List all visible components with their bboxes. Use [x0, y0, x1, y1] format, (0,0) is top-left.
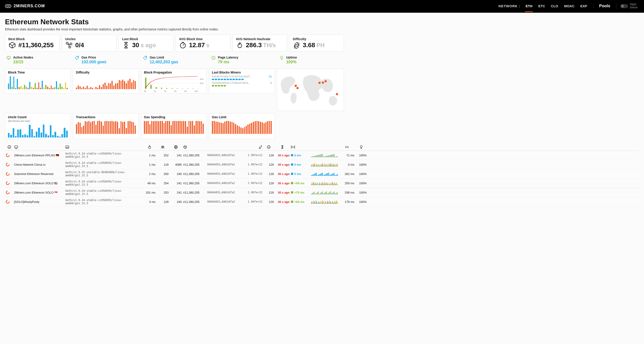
chart-bar — [124, 122, 125, 134]
chart-bar — [43, 125, 44, 137]
chart-bar — [185, 121, 186, 134]
best-block: #11,360,255 — [183, 182, 206, 185]
chart-bar — [233, 123, 234, 134]
col-uptime-icon[interactable] — [356, 145, 367, 149]
table-row[interactable]: 2Miners.com Ethereum SOLO🇸🇬 Geth/v1.9.24… — [5, 188, 639, 197]
chart-bar — [26, 87, 27, 89]
table-row[interactable]: Clona Network-Clona.ru Geth/v1.9.24-stab… — [5, 160, 639, 169]
col-status-icon[interactable] — [6, 145, 13, 149]
brand-logo[interactable]: 2MINERS.COM — [5, 4, 45, 9]
col-node-icon[interactable] — [14, 145, 64, 149]
col-pending-icon[interactable] — [170, 145, 182, 149]
network-tab-clo[interactable]: CLO — [550, 0, 558, 12]
table-row[interactable]: Solomine Ethereum Reserved Geth/v1.9.25-… — [5, 169, 639, 179]
chart-bar — [80, 123, 81, 134]
chart-bar — [90, 122, 91, 134]
chart-bar — [199, 121, 200, 134]
table-row[interactable]: 2Miners.com Ethereum SOLO🇺🇸 Geth/v1.9.24… — [5, 179, 639, 188]
block-hash: 9660d455…6862dfa2 — [207, 191, 243, 194]
chart-label: Last Blocks Miners — [212, 71, 272, 74]
table-row[interactable]: 2Miners.com Ethereum PPLNS🇩🇪 Geth/v1.9.2… — [5, 151, 639, 160]
world-map-icon — [278, 70, 342, 109]
chart-bar — [86, 86, 88, 89]
svg-rect-19 — [187, 88, 188, 89]
chart-bar — [244, 127, 245, 134]
miner-row[interactable]: 0xEA674fdDe714fd979de3EdF…11 — [212, 75, 272, 78]
chart-bar — [62, 87, 62, 89]
tag-icon — [143, 56, 147, 64]
col-blktime-icon[interactable] — [275, 145, 290, 149]
node-latency: 1 ms — [144, 154, 156, 157]
col-peers-icon[interactable] — [157, 145, 168, 149]
chart-bar — [10, 135, 12, 137]
stat-value: 79 ms — [218, 60, 238, 64]
stat-value: #11,360,255 — [18, 42, 54, 49]
chart-bar — [47, 87, 48, 89]
col-txs-icon[interactable] — [264, 145, 274, 149]
block-propagation-chart: Block Propagation 40%20%0s2s4s6s8s10s — [141, 69, 207, 93]
svg-rect-16 — [172, 88, 173, 89]
chart-bar — [57, 136, 58, 137]
col-diff-icon[interactable] — [245, 145, 262, 149]
secondary-stat: Gas Price 102.000 gwei — [73, 54, 139, 66]
network-tabs: ETHETCCLOMOACEXP — [525, 0, 588, 12]
stat-card: Uncles 0/4 — [62, 35, 116, 52]
miner-row[interactable]: 0x5A0b54D5dc17e0AadC383d…5 — [212, 81, 272, 84]
col-prop-icon[interactable] — [291, 145, 310, 149]
block-txs: 129 — [264, 172, 274, 176]
node-latency: 201 ms — [144, 191, 156, 194]
chart-bar — [264, 123, 265, 134]
chart-bar — [172, 121, 174, 134]
last-block-time: 30 s ago — [275, 200, 290, 204]
chart-bar — [12, 87, 13, 89]
col-latency-icon[interactable] — [144, 145, 156, 149]
chart-bar — [29, 125, 30, 137]
network-tab-moac[interactable]: MOAC — [564, 0, 575, 12]
chart-bar — [174, 121, 176, 134]
chart-bar — [40, 132, 42, 137]
pools-link[interactable]: Pools — [594, 4, 610, 9]
chart-bar — [230, 122, 231, 134]
col-block-icon[interactable] — [183, 145, 206, 149]
chart-bar — [221, 123, 222, 134]
chart-bar — [64, 128, 65, 137]
chart-bar — [158, 121, 159, 134]
status-ring-icon — [6, 172, 13, 176]
col-client-icon[interactable] — [65, 145, 142, 149]
charts-row-2: Uncle Count(25 blocks per bar) Transacti… — [5, 113, 344, 139]
chart-bar — [66, 88, 68, 89]
miner-dot — [241, 79, 244, 80]
chart-bar — [49, 88, 50, 89]
network-tab-exp[interactable]: EXP — [580, 0, 588, 12]
total-diff: 1.907e+22 — [245, 191, 262, 194]
table-row[interactable]: [SOLO]WoolyPooly Geth/v1.9.24-stable-cc0… — [5, 197, 639, 207]
sparkline — [311, 190, 338, 195]
peers-count: 254 — [157, 182, 168, 185]
network-tab-etc[interactable]: ETC — [538, 0, 546, 12]
network-tab-eth[interactable]: ETH — [525, 0, 533, 12]
flag-icon: 🇩🇪 — [56, 154, 59, 157]
chart-bar — [50, 125, 52, 138]
theme-toggle[interactable]: Night theme — [616, 3, 639, 9]
svg-rect-17 — [177, 88, 178, 89]
chart-bar — [262, 122, 263, 134]
primary-stats-row: Best Block #11,360,255 Uncles 0/4 Last B… — [5, 35, 344, 52]
chart-bar — [13, 128, 14, 137]
col-avglatency-icon[interactable] — [340, 145, 354, 149]
chart-bar — [119, 80, 120, 89]
chart-bar — [54, 132, 56, 137]
miner-count: 11 — [269, 75, 272, 78]
miner-address: 0x5A0b54D5dc17e0AadC383d… — [212, 81, 250, 84]
chart-bar — [238, 126, 240, 134]
prop-square-icon — [291, 163, 293, 166]
chart-bar — [97, 121, 98, 134]
avg-propagation: 336 ms — [340, 191, 354, 194]
chart-bar — [232, 122, 233, 134]
chart-bar — [28, 88, 28, 89]
avg-propagation: 0 ms — [340, 163, 354, 166]
miner-dot — [238, 79, 241, 80]
stat-value: 12.87 — [189, 42, 205, 49]
chart-bar — [178, 121, 179, 134]
chart-bar — [176, 121, 177, 134]
svg-rect-13 — [156, 87, 157, 89]
